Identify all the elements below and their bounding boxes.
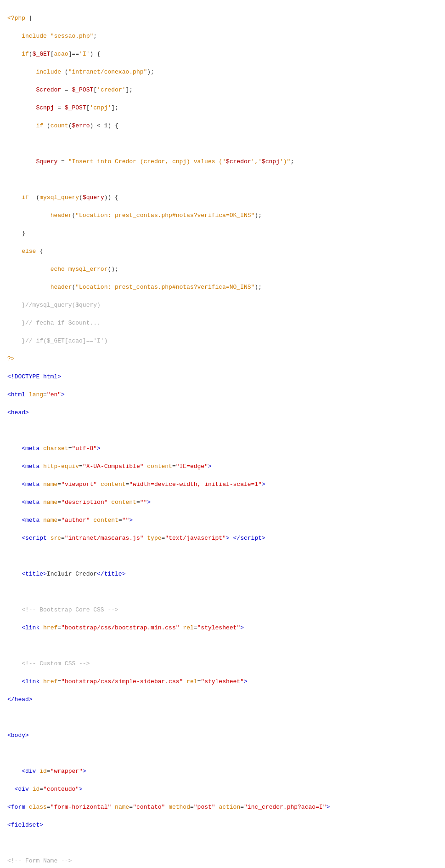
code-editor: <?php | include "sessao.php"; if($_GET[a… <box>0 0 445 868</box>
line-34: <!-- Bootstrap Core CSS --> <box>7 605 438 615</box>
line-37: <!-- Custom CSS --> <box>7 659 438 668</box>
line-18: }// fecha if $count... <box>7 319 438 328</box>
line-46: <fieldset> <box>7 821 438 830</box>
line-48: <!-- Form Name --> <box>7 857 438 866</box>
line-1: <?php | <box>7 14 438 23</box>
line-22: <html lang="en"> <box>7 390 438 400</box>
line-44: <div id="conteudo"> <box>7 785 438 794</box>
line-24 <box>7 426 438 435</box>
line-17: }//mysql_query($query) <box>7 301 438 310</box>
line-12: header("Location: prest_contas.php#notas… <box>7 211 438 220</box>
line-35: <link href="bootstrap/css/bootstrap.min.… <box>7 623 438 633</box>
line-25: <meta charset="utf-8"> <box>7 444 438 453</box>
line-5: $credor = $_POST['credor']; <box>7 86 438 95</box>
line-43: <div id="wrapper"> <box>7 767 438 776</box>
line-45: <form class="form-horizontal" name="cont… <box>7 803 438 812</box>
line-27: <meta name="viewport" content="width=dev… <box>7 480 438 489</box>
line-2: include "sessao.php"; <box>7 32 438 41</box>
line-40 <box>7 713 438 722</box>
line-38: <link href="bootstrap/css/simple-sidebar… <box>7 677 438 686</box>
line-21: <!DOCTYPE html> <box>7 372 438 382</box>
line-19: }// if($_GET[acao]=='I') <box>7 337 438 346</box>
line-10 <box>7 175 438 184</box>
line-39: </head> <box>7 695 438 704</box>
line-11: if (mysql_query($query)) { <box>7 193 438 202</box>
line-41: <body> <box>7 731 438 740</box>
line-9: $query = "Insert into Credor (credor, cn… <box>7 157 438 166</box>
line-30: <script src="intranet/mascaras.js" type=… <box>7 534 438 543</box>
line-23: <head> <box>7 408 438 417</box>
line-32: <title>Incluir Credor</title> <box>7 570 438 579</box>
line-47 <box>7 839 438 848</box>
line-13: } <box>7 229 438 238</box>
line-14: else { <box>7 247 438 256</box>
line-7: if (count($erro) < 1) { <box>7 121 438 131</box>
line-20: ?> <box>7 354 438 364</box>
line-33 <box>7 588 438 597</box>
line-6: $cnpj = $_POST['cnpj']; <box>7 103 438 113</box>
line-42 <box>7 749 438 758</box>
line-29: <meta name="author" content=""> <box>7 516 438 525</box>
line-8 <box>7 139 438 148</box>
line-26: <meta http-equiv="X-UA-Compatible" conte… <box>7 462 438 471</box>
line-4: include ("intranet/conexao.php"); <box>7 68 438 77</box>
line-36 <box>7 641 438 651</box>
line-28: <meta name="description" content=""> <box>7 498 438 507</box>
line-15: echo mysql_error(); <box>7 265 438 274</box>
line-16: header("Location: prest_contas.php#notas… <box>7 283 438 292</box>
line-3: if($_GET[acao]=='I') { <box>7 50 438 59</box>
line-31 <box>7 552 438 561</box>
